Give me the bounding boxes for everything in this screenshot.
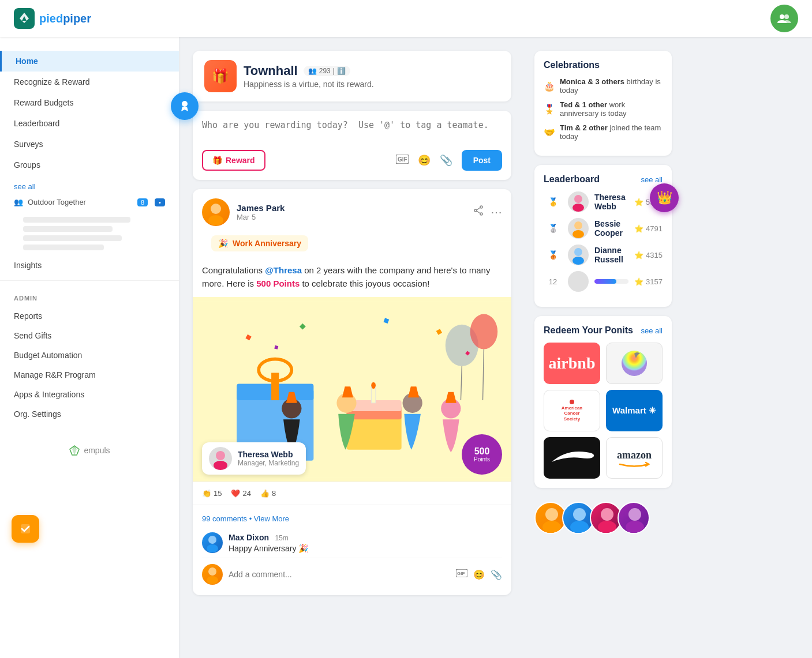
svg-point-13 xyxy=(480,213,482,215)
main-layout: Home Recognize & Reward Reward Budgets L… xyxy=(0,37,812,658)
redeem-item-walmart[interactable]: Walmart ✳ xyxy=(606,390,663,431)
reaction-clap[interactable]: 👏 15 xyxy=(202,489,222,498)
logo-text: piedpiper xyxy=(39,12,91,25)
sidebar-item-send-gifts[interactable]: Send Gifts xyxy=(0,326,179,345)
view-more-link[interactable]: View More xyxy=(254,514,289,523)
logo[interactable]: piedpiper xyxy=(14,8,91,29)
share-icon[interactable] xyxy=(473,205,484,219)
walmart-logo: Walmart ✳ xyxy=(612,405,656,416)
leaderboard-title: Leaderboard xyxy=(544,174,600,185)
thumbs-icon: 👍 xyxy=(260,489,270,498)
redeem-item-acs[interactable]: AmericanCancerSociety xyxy=(544,390,600,431)
townhall-header: 🎁 Townhall 👥 293 | ℹ️ Happiness is a vir… xyxy=(193,51,511,101)
comment-input-icons: GIF 😊 📎 xyxy=(456,569,502,580)
sidebar-label-surveys: Surveys xyxy=(14,140,43,149)
celebration-text-birthday: Monica & 3 others birthday is today xyxy=(560,77,663,95)
sidebar-item-org-settings[interactable]: Org. Settings xyxy=(0,404,179,424)
nike-logo-svg xyxy=(549,449,595,467)
comment-gif-icon[interactable]: GIF xyxy=(456,569,467,580)
reaction-thumbs-up[interactable]: 👍 8 xyxy=(260,489,276,498)
leaderboard-see-all[interactable]: see all xyxy=(641,175,663,184)
birthday-icon: 🎂 xyxy=(544,81,555,92)
sidebar-see-all[interactable]: see all xyxy=(0,180,179,193)
sidebar-item-insights[interactable]: Insights xyxy=(0,255,179,276)
svg-point-12 xyxy=(480,206,482,208)
post-mention[interactable]: @Thresa xyxy=(265,265,302,275)
comment-attach-icon[interactable]: 📎 xyxy=(491,569,502,580)
anniversary-icon: 🎖️ xyxy=(544,104,555,115)
redeem-see-all[interactable]: see all xyxy=(641,326,663,335)
star-icon-1: ⭐ xyxy=(634,198,643,206)
comment-avatar xyxy=(202,532,223,553)
svg-point-10 xyxy=(211,204,221,214)
clap-count: 15 xyxy=(214,489,222,498)
sidebar-item-recognize-reward[interactable]: Recognize & Reward xyxy=(0,72,179,92)
svg-point-11 xyxy=(208,215,223,225)
redeem-item-airbnb[interactable]: airbnb xyxy=(544,343,600,384)
lb-stars-4: ⭐ 3157 xyxy=(634,277,663,286)
emoji-icon[interactable]: 😊 xyxy=(418,154,431,167)
logo-icon xyxy=(14,8,35,29)
post-date: Mar 5 xyxy=(237,213,285,221)
points-label: Points xyxy=(474,456,490,463)
svg-rect-25 xyxy=(371,386,376,403)
current-user-img xyxy=(202,564,223,585)
sidebar-item-home[interactable]: Home xyxy=(0,51,179,72)
redeem-item-apple[interactable] xyxy=(606,343,663,384)
comments-count[interactable]: 99 comments • View More xyxy=(202,510,502,528)
leaderboard-header: Leaderboard see all xyxy=(544,174,663,185)
checklist-fab[interactable] xyxy=(12,515,39,543)
townhall-gift-icon: 🎁 xyxy=(212,68,229,84)
amazon-logo: amazon xyxy=(617,449,652,467)
bronze-medal-icon: 🥉 xyxy=(548,250,558,260)
celebration-text-joined: Tim & 2 other joined the team today xyxy=(560,123,663,141)
svg-point-1 xyxy=(780,14,784,19)
work-anniversary-banner: 🎉 Work Anniversary xyxy=(211,235,308,251)
svg-point-48 xyxy=(207,544,218,552)
sidebar-label-budgets: Reward Budgets xyxy=(14,98,74,107)
group-avatar-icon[interactable] xyxy=(770,5,798,32)
svg-point-49 xyxy=(208,567,216,576)
more-icon[interactable]: ⋯ xyxy=(491,205,502,219)
post-button[interactable]: Post xyxy=(462,150,502,171)
svg-point-65 xyxy=(598,521,616,533)
attach-icon[interactable]: 📎 xyxy=(440,154,452,167)
svg-point-67 xyxy=(626,521,644,533)
check-icon xyxy=(18,522,32,536)
recipient-card: Theresa Webb Manager, Marketing xyxy=(202,442,306,475)
sidebar-item-groups[interactable]: Groups xyxy=(0,155,179,175)
redeem-item-nike[interactable] xyxy=(544,437,600,479)
sidebar-item-budget-automation[interactable]: Budget Automation xyxy=(0,345,179,365)
crown-icon: 👑 xyxy=(657,190,672,205)
sidebar-item-manage-rnr[interactable]: Manage R&R Program xyxy=(0,365,179,385)
sidebar-item-apps-integrations[interactable]: Apps & Integrations xyxy=(0,385,179,404)
heart-icon: ❤️ xyxy=(231,489,240,498)
sidebar-item-surveys[interactable]: Surveys xyxy=(0,134,179,155)
svg-line-15 xyxy=(477,208,480,210)
reaction-heart[interactable]: ❤️ 24 xyxy=(231,489,250,498)
clap-icon: 👏 xyxy=(202,489,211,498)
sidebar-group-outdoor[interactable]: 👥 Outdoor Together 8 • xyxy=(0,193,179,211)
lb-stars-3: ⭐ 4315 xyxy=(634,251,663,260)
comment-input[interactable] xyxy=(229,570,450,579)
gif-icon[interactable]: GIF xyxy=(396,155,409,167)
points-value: 500 xyxy=(474,446,490,457)
comment-emoji-icon[interactable]: 😊 xyxy=(473,569,485,580)
reward-fab[interactable] xyxy=(171,92,199,120)
sidebar-item-leaderboard[interactable]: Leaderboard xyxy=(0,113,179,134)
reward-button[interactable]: 🎁 Reward xyxy=(202,150,265,171)
commenter-avatar-img xyxy=(202,532,223,553)
townhall-description: Happiness is a virtue, not its reward. xyxy=(244,80,374,89)
member-count: 293 xyxy=(319,67,331,75)
post-input-card: 🎁 Reward GIF 😊 📎 Post xyxy=(193,111,511,180)
sidebar-item-reward-budgets[interactable]: Reward Budgets xyxy=(0,92,179,113)
svg-point-56 xyxy=(572,230,584,238)
lb-name-2: Bessie Cooper xyxy=(594,219,628,238)
lb-row-1: 🥇 Theresa Webb ⭐ 5310 xyxy=(544,191,663,212)
redeem-header: Redeem Your Ponits see all xyxy=(544,325,663,336)
sidebar-item-reports[interactable]: Reports xyxy=(0,306,179,326)
redeem-item-amazon[interactable]: amazon xyxy=(606,437,663,479)
post-input[interactable] xyxy=(202,120,502,141)
skeleton-1 xyxy=(23,217,130,223)
silver-medal-icon: 🥈 xyxy=(548,224,558,233)
